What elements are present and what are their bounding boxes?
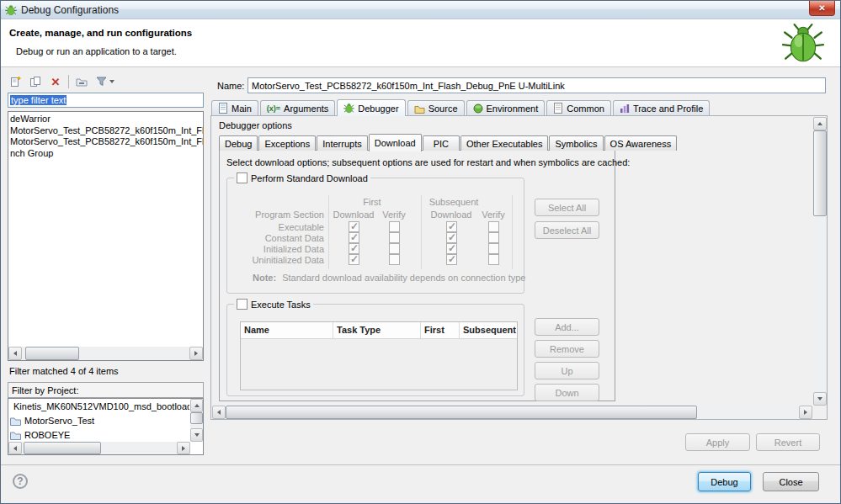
project-label: ROBOEYE bbox=[24, 430, 70, 440]
inner-tab-debug[interactable]: Debug bbox=[219, 135, 258, 151]
scroll-left-button[interactable] bbox=[8, 442, 22, 454]
filter-input[interactable]: type filter text bbox=[8, 93, 204, 108]
tree-item[interactable]: deWarrior bbox=[8, 114, 203, 125]
scrollbar-track[interactable] bbox=[22, 442, 177, 454]
scrollbar-track[interactable] bbox=[813, 130, 827, 392]
remove-task-button: Remove bbox=[535, 340, 599, 358]
scrollbar-thumb[interactable] bbox=[226, 406, 697, 419]
tab-label: Main bbox=[232, 103, 252, 114]
tab-arguments[interactable]: (x)= Arguments bbox=[260, 100, 335, 115]
scrollbar-track[interactable] bbox=[226, 406, 799, 419]
window-title: Debug Configurations bbox=[21, 4, 119, 16]
arguments-tab-icon: (x)= bbox=[267, 104, 280, 113]
source-tab-icon bbox=[414, 103, 425, 114]
scrollbar-thumb[interactable] bbox=[813, 130, 827, 216]
checkbox-subsequent-verify bbox=[488, 243, 499, 254]
scroll-down-button[interactable] bbox=[813, 392, 827, 406]
first-download-header: Download bbox=[332, 210, 375, 220]
app-bug-icon bbox=[5, 4, 17, 16]
filter-configurations-button[interactable] bbox=[94, 74, 116, 89]
tab-main[interactable]: Main bbox=[211, 100, 258, 115]
inner-tab-os-awareness[interactable]: OS Awareness bbox=[604, 135, 678, 151]
checkbox-first-verify bbox=[389, 243, 400, 254]
tab-environment[interactable]: Environment bbox=[466, 100, 546, 115]
inner-tab-exceptions[interactable]: Exceptions bbox=[258, 135, 316, 151]
close-icon: ✕ bbox=[818, 3, 825, 13]
scroll-left-button[interactable] bbox=[212, 406, 226, 419]
scrollbar-thumb[interactable] bbox=[25, 347, 79, 360]
close-window-button[interactable]: ✕ bbox=[809, 1, 835, 16]
button-label: Apply bbox=[706, 438, 730, 448]
tree-item[interactable]: MotorServo_Test_PCB58272_k60f150m_Int_Fl… bbox=[8, 136, 203, 148]
debug-button[interactable]: Debug bbox=[698, 472, 751, 491]
scroll-right-button[interactable] bbox=[177, 442, 190, 454]
scroll-down-button[interactable] bbox=[190, 428, 203, 442]
row-label: Uninitialized Data bbox=[234, 255, 324, 265]
tab-label: Exceptions bbox=[264, 139, 310, 149]
inner-tab-pic[interactable]: PIC bbox=[423, 135, 460, 151]
column-separator bbox=[328, 195, 329, 269]
close-button[interactable]: Close bbox=[763, 472, 819, 491]
content-horizontal-scrollbar[interactable] bbox=[212, 406, 812, 419]
collapse-all-button[interactable] bbox=[74, 74, 89, 89]
debugger-tab-content: Debugger options Debug Exceptions Interr… bbox=[210, 115, 828, 420]
execute-tasks-checkbox[interactable] bbox=[237, 299, 248, 310]
list-item[interactable]: Kinetis_MK60N512VMD100_msd_bootload bbox=[8, 399, 189, 413]
list-item[interactable]: MotorServo_Test bbox=[8, 413, 189, 427]
title-bar[interactable]: Debug Configurations ✕ bbox=[1, 1, 840, 19]
content-vertical-scrollbar[interactable] bbox=[813, 117, 827, 406]
tab-label: Common bbox=[567, 103, 604, 114]
tab-label: Arguments bbox=[284, 103, 328, 114]
perform-standard-download-checkbox[interactable] bbox=[237, 172, 248, 183]
filter-match-status: Filter matched 4 of 4 items bbox=[9, 366, 119, 376]
tree-horizontal-scrollbar[interactable] bbox=[8, 347, 203, 360]
scroll-right-button[interactable] bbox=[799, 406, 812, 419]
scrollbar-track[interactable] bbox=[190, 412, 203, 428]
scrollbar-thumb[interactable] bbox=[190, 412, 203, 424]
duplicate-configuration-button[interactable] bbox=[28, 74, 43, 89]
inner-tab-other-executables[interactable]: Other Executables bbox=[460, 135, 549, 151]
inner-tab-interrupts[interactable]: Interrupts bbox=[317, 135, 367, 151]
scroll-left-button[interactable] bbox=[8, 347, 22, 360]
configuration-name-input[interactable] bbox=[248, 77, 826, 93]
scroll-right-button[interactable] bbox=[189, 347, 203, 360]
execute-tasks-option: Execute Tasks bbox=[234, 299, 313, 310]
projects-vertical-scrollbar[interactable] bbox=[190, 399, 203, 442]
inner-tab-download[interactable]: Download bbox=[369, 134, 422, 151]
tab-common[interactable]: Common bbox=[546, 100, 611, 115]
scroll-up-button[interactable] bbox=[190, 399, 203, 412]
download-instruction: Select download options; subsequent opti… bbox=[226, 157, 630, 167]
projects-horizontal-scrollbar[interactable] bbox=[8, 442, 190, 454]
checkbox-first-download bbox=[349, 254, 359, 265]
filter-by-project-box: Filter by Project: bbox=[8, 382, 204, 398]
right-arrow-icon bbox=[804, 410, 807, 415]
scrollbar-track[interactable] bbox=[22, 347, 189, 360]
tab-trace-and-profile[interactable]: Trace and Profile bbox=[613, 100, 710, 115]
button-label: Up bbox=[561, 366, 572, 376]
tree-item[interactable]: nch Group bbox=[8, 148, 203, 160]
tab-source[interactable]: Source bbox=[407, 100, 465, 115]
tab-debugger[interactable]: Debugger bbox=[337, 99, 405, 116]
scroll-up-button[interactable] bbox=[813, 117, 827, 130]
subsequent-verify-header: Verify bbox=[475, 210, 512, 220]
tab-label: PIC bbox=[434, 139, 449, 149]
up-arrow-icon bbox=[194, 404, 200, 407]
left-arrow-icon bbox=[13, 446, 17, 451]
configuration-tab-bar: Main (x)= Arguments Debugger bbox=[211, 98, 711, 115]
tree-item[interactable]: MotorServo_Test_PCB58272_k60f150m_Int_Fl… bbox=[8, 125, 203, 137]
new-config-icon bbox=[9, 76, 21, 88]
first-verify-header: Verify bbox=[375, 210, 413, 220]
checkbox-subsequent-verify bbox=[488, 232, 499, 243]
delete-configuration-button[interactable]: ✕ bbox=[48, 74, 63, 89]
inner-tab-symbolics[interactable]: Symbolics bbox=[549, 135, 603, 151]
perform-standard-download-option: Perform Standard Download bbox=[234, 172, 370, 183]
column-header-task-type: Task Type bbox=[333, 322, 421, 338]
button-label: Down bbox=[555, 388, 578, 398]
new-configuration-button[interactable] bbox=[8, 74, 23, 89]
help-button[interactable]: ? bbox=[13, 474, 28, 489]
note-text: Standard download availability depends o… bbox=[282, 273, 525, 283]
launch-configurations-tree: deWarrior MotorServo_Test_PCB58272_k60f1… bbox=[8, 111, 204, 361]
scrollbar-thumb[interactable] bbox=[24, 442, 101, 454]
list-item[interactable]: ROBOEYE bbox=[8, 427, 189, 442]
right-arrow-icon bbox=[182, 446, 185, 451]
